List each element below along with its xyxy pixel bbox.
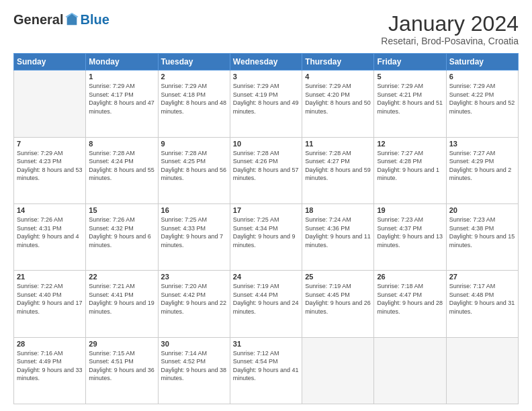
day-info: Sunrise: 7:29 AMSunset: 4:17 PMDaylight:… <box>89 82 154 116</box>
daylight-text: Daylight: 8 hours and 48 minutes. <box>161 99 227 115</box>
day-info: Sunrise: 7:15 AMSunset: 4:51 PMDaylight:… <box>89 349 154 383</box>
day-info: Sunrise: 7:25 AMSunset: 4:33 PMDaylight:… <box>161 216 227 249</box>
sunset-text: Sunset: 4:52 PM <box>161 358 206 365</box>
daylight-text: Daylight: 9 hours and 41 minutes. <box>233 367 299 382</box>
day-number: 5 <box>377 73 443 81</box>
day-number: 8 <box>89 140 154 148</box>
calendar-cell: 10Sunrise: 7:28 AMSunset: 4:26 PMDayligh… <box>230 137 302 203</box>
daylight-text: Daylight: 9 hours and 31 minutes. <box>449 300 515 315</box>
sunrise-text: Sunrise: 7:16 AM <box>17 350 63 357</box>
day-info: Sunrise: 7:29 AMSunset: 4:19 PMDaylight:… <box>233 82 299 116</box>
day-number: 23 <box>161 273 227 281</box>
daylight-text: Daylight: 9 hours and 38 minutes. <box>161 367 227 382</box>
sunset-text: Sunset: 4:21 PM <box>377 91 422 98</box>
day-number: 14 <box>17 206 83 214</box>
calendar-cell: 27Sunrise: 7:17 AMSunset: 4:48 PMDayligh… <box>446 271 518 337</box>
day-info: Sunrise: 7:29 AMSunset: 4:18 PMDaylight:… <box>161 82 227 116</box>
day-number: 21 <box>17 273 83 281</box>
calendar-table: Sunday Monday Tuesday Wednesday Thursday… <box>13 53 519 404</box>
day-number: 27 <box>449 273 515 281</box>
sunrise-text: Sunrise: 7:25 AM <box>161 216 208 223</box>
calendar-cell: 30Sunrise: 7:14 AMSunset: 4:52 PMDayligh… <box>158 337 230 404</box>
daylight-text: Daylight: 8 hours and 55 minutes. <box>89 167 154 182</box>
sunrise-text: Sunrise: 7:29 AM <box>305 83 351 89</box>
sunrise-text: Sunrise: 7:27 AM <box>449 150 496 156</box>
day-info: Sunrise: 7:29 AMSunset: 4:21 PMDaylight:… <box>377 82 443 116</box>
day-number: 16 <box>161 206 227 214</box>
daylight-text: Daylight: 9 hours and 17 minutes. <box>17 300 83 315</box>
sunset-text: Sunset: 4:31 PM <box>17 225 62 232</box>
daylight-text: Daylight: 8 hours and 53 minutes. <box>17 167 83 182</box>
daylight-text: Daylight: 8 hours and 57 minutes. <box>233 167 299 182</box>
sunset-text: Sunset: 4:45 PM <box>305 291 350 298</box>
day-info: Sunrise: 7:27 AMSunset: 4:28 PMDaylight:… <box>377 149 443 183</box>
header-wednesday: Wednesday <box>230 54 302 71</box>
day-info: Sunrise: 7:23 AMSunset: 4:37 PMDaylight:… <box>377 216 443 249</box>
month-title: January 2024 <box>381 12 519 36</box>
calendar-cell <box>446 337 518 404</box>
day-info: Sunrise: 7:26 AMSunset: 4:31 PMDaylight:… <box>17 216 83 249</box>
day-number: 3 <box>233 73 299 81</box>
calendar-cell <box>302 337 374 404</box>
day-number: 20 <box>449 206 515 214</box>
calendar-cell: 26Sunrise: 7:18 AMSunset: 4:47 PMDayligh… <box>374 271 446 337</box>
daylight-text: Daylight: 8 hours and 47 minutes. <box>89 99 154 115</box>
calendar-cell: 3Sunrise: 7:29 AMSunset: 4:19 PMDaylight… <box>230 71 302 137</box>
day-number: 12 <box>377 140 443 148</box>
day-number: 19 <box>377 206 443 214</box>
sunset-text: Sunset: 4:40 PM <box>17 291 62 298</box>
daylight-text: Daylight: 8 hours and 59 minutes. <box>305 167 371 182</box>
sunrise-text: Sunrise: 7:29 AM <box>161 83 208 89</box>
day-number: 15 <box>89 206 154 214</box>
daylight-text: Daylight: 9 hours and 24 minutes. <box>233 300 299 315</box>
sunset-text: Sunset: 4:24 PM <box>89 158 134 165</box>
daylight-text: Daylight: 8 hours and 51 minutes. <box>377 99 443 115</box>
header-tuesday: Tuesday <box>158 54 230 71</box>
day-number: 24 <box>233 273 299 281</box>
daylight-text: Daylight: 9 hours and 33 minutes. <box>17 367 83 382</box>
calendar-cell: 12Sunrise: 7:27 AMSunset: 4:28 PMDayligh… <box>374 137 446 203</box>
logo: General Blue <box>13 12 109 28</box>
sunrise-text: Sunrise: 7:28 AM <box>161 150 208 156</box>
location: Resetari, Brod-Posavina, Croatia <box>381 36 519 46</box>
sunset-text: Sunset: 4:19 PM <box>233 91 278 98</box>
day-info: Sunrise: 7:22 AMSunset: 4:40 PMDaylight:… <box>17 282 83 316</box>
day-number: 10 <box>233 140 299 148</box>
header-saturday: Saturday <box>446 54 518 71</box>
day-number: 30 <box>161 340 227 348</box>
daylight-text: Daylight: 9 hours and 7 minutes. <box>161 233 224 248</box>
day-info: Sunrise: 7:21 AMSunset: 4:41 PMDaylight:… <box>89 282 154 316</box>
daylight-text: Daylight: 9 hours and 9 minutes. <box>233 233 296 248</box>
logo-icon <box>64 13 79 28</box>
sunrise-text: Sunrise: 7:28 AM <box>305 150 351 156</box>
sunset-text: Sunset: 4:28 PM <box>377 158 422 165</box>
daylight-text: Daylight: 8 hours and 50 minutes. <box>305 99 371 115</box>
sunset-text: Sunset: 4:22 PM <box>449 91 494 98</box>
sunset-text: Sunset: 4:38 PM <box>449 225 494 232</box>
calendar-week-row-4: 21Sunrise: 7:22 AMSunset: 4:40 PMDayligh… <box>14 271 519 337</box>
calendar-cell: 23Sunrise: 7:20 AMSunset: 4:42 PMDayligh… <box>158 271 230 337</box>
calendar-cell: 15Sunrise: 7:26 AMSunset: 4:32 PMDayligh… <box>86 203 158 270</box>
day-number: 11 <box>305 140 371 148</box>
header-sunday: Sunday <box>14 54 86 71</box>
calendar-cell: 13Sunrise: 7:27 AMSunset: 4:29 PMDayligh… <box>446 137 518 203</box>
calendar-cell: 1Sunrise: 7:29 AMSunset: 4:17 PMDaylight… <box>86 71 158 137</box>
calendar-cell: 31Sunrise: 7:12 AMSunset: 4:54 PMDayligh… <box>230 337 302 404</box>
sunset-text: Sunset: 4:44 PM <box>233 291 278 298</box>
day-info: Sunrise: 7:19 AMSunset: 4:44 PMDaylight:… <box>233 282 299 316</box>
sunset-text: Sunset: 4:34 PM <box>233 225 278 232</box>
daylight-text: Daylight: 9 hours and 4 minutes. <box>17 233 79 248</box>
sunset-text: Sunset: 4:17 PM <box>89 91 134 98</box>
page: General Blue January 2024 Resetari, Brod… <box>0 0 532 411</box>
calendar-cell: 16Sunrise: 7:25 AMSunset: 4:33 PMDayligh… <box>158 203 230 270</box>
sunrise-text: Sunrise: 7:29 AM <box>17 150 63 156</box>
day-number: 26 <box>377 273 443 281</box>
calendar-cell: 7Sunrise: 7:29 AMSunset: 4:23 PMDaylight… <box>14 137 86 203</box>
sunrise-text: Sunrise: 7:19 AM <box>305 283 351 289</box>
day-number: 1 <box>89 73 154 81</box>
sunrise-text: Sunrise: 7:12 AM <box>233 350 279 357</box>
daylight-text: Daylight: 9 hours and 1 minute. <box>377 167 439 182</box>
day-number: 17 <box>233 206 299 214</box>
day-number: 29 <box>89 340 154 348</box>
day-number: 25 <box>305 273 371 281</box>
